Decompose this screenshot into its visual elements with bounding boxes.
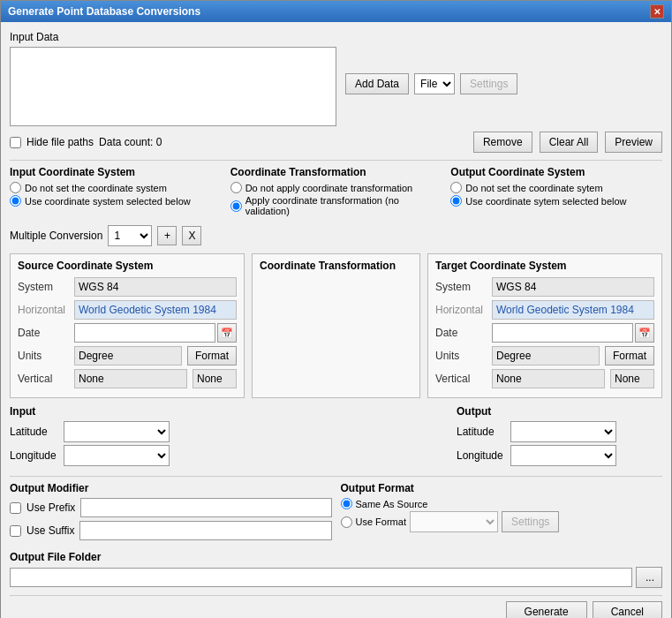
output-coord-radio-2: Use coordinate sytem selected below <box>450 195 662 207</box>
use-prefix-checkbox[interactable] <box>10 502 21 514</box>
cancel-button[interactable]: Cancel <box>593 601 662 618</box>
output-folder-section: Output File Folder ... <box>10 551 662 588</box>
output-folder-title: Output File Folder <box>10 551 662 563</box>
target-vertical-label: Vertical <box>435 373 487 385</box>
output-format-section: Output Format Same As Source Use Format … <box>341 482 663 544</box>
generate-button[interactable]: Generate <box>506 601 587 618</box>
same-as-source-radio[interactable] <box>341 498 352 509</box>
add-data-button[interactable]: Add Data <box>345 73 409 94</box>
target-coord-panel-title: Target Coordinate System <box>435 260 654 272</box>
output-longitude-select[interactable] <box>510 445 616 466</box>
input-longitude-select[interactable] <box>64 445 170 466</box>
use-format-select[interactable] <box>410 511 498 532</box>
source-date-label: Date <box>18 327 69 339</box>
clear-all-button[interactable]: Clear All <box>540 132 599 153</box>
preview-button[interactable]: Preview <box>605 132 662 153</box>
hide-file-paths-row: Hide file paths Data count: 0 <box>10 136 466 148</box>
output-coord-title: Output Coordinate System <box>450 166 662 178</box>
input-coord-radio2[interactable] <box>10 195 21 207</box>
target-date-label: Date <box>435 327 487 339</box>
output-modifier-title: Output Modifier <box>10 482 332 494</box>
settings-button[interactable]: Settings <box>460 73 517 94</box>
input-coord-radio1[interactable] <box>10 182 21 193</box>
transform-panel: Coordinate Transformation <box>252 253 420 398</box>
bottom-buttons: Generate Cancel <box>10 595 662 618</box>
use-suffix-checkbox[interactable] <box>10 525 21 537</box>
source-vertical-value2: None <box>193 369 237 388</box>
suffix-input[interactable] <box>79 521 331 540</box>
source-system-value: WGS 84 <box>74 277 237 297</box>
input-latitude-select[interactable] <box>64 421 170 442</box>
transform-panel-title: Coordinate Transformation <box>260 260 412 272</box>
output-modifier-section: Output Modifier Use Prefix Use Suffix <box>10 482 332 544</box>
target-horizontal-label: Horizontal <box>435 304 487 316</box>
x-button[interactable]: X <box>182 226 201 245</box>
input-coord-option1: Do not set the coordinate system <box>25 183 167 193</box>
use-suffix-label: Use Suffix <box>26 524 74 537</box>
source-calendar-button[interactable]: 📅 <box>217 323 237 343</box>
use-format-radio[interactable] <box>341 516 352 528</box>
coord-transform-title: Coordinate Transformation <box>230 166 442 178</box>
target-vertical-value: None <box>492 369 605 388</box>
io-spacer <box>233 405 439 469</box>
source-vertical-value: None <box>74 369 187 388</box>
folder-input[interactable] <box>10 568 632 587</box>
hide-file-paths-checkbox[interactable] <box>10 137 21 148</box>
format-settings-button[interactable]: Settings <box>502 511 559 532</box>
input-coord-radio-1: Do not set the coordinate system <box>10 182 222 193</box>
data-count: Data count: 0 <box>99 136 162 148</box>
input-data-label: Input Data <box>10 31 662 43</box>
source-horizontal-value: World Geodetic System 1984 <box>74 300 237 320</box>
coord-transform-radio1[interactable] <box>230 182 242 193</box>
source-date-row: Date 6/2/2017 📅 <box>18 323 237 343</box>
output-format-title: Output Format <box>341 482 663 494</box>
target-vertical-value2: None <box>610 369 654 388</box>
output-longitude-label: Longitude <box>457 449 505 462</box>
multiple-conversion-select[interactable]: 1 <box>108 225 152 246</box>
target-system-label: System <box>435 281 487 293</box>
add-data-row: Add Data File Settings <box>345 73 662 94</box>
data-controls-row: Hide file paths Data count: 0 Remove Cle… <box>10 132 662 153</box>
folder-input-row: ... <box>10 567 662 588</box>
source-format-button[interactable]: Format <box>187 346 237 366</box>
close-button[interactable]: ✕ <box>650 4 664 19</box>
input-data-box <box>10 47 336 126</box>
file-type-select[interactable]: File <box>414 73 455 94</box>
separator-2 <box>10 476 662 477</box>
target-calendar-button[interactable]: 📅 <box>635 323 654 343</box>
use-suffix-row: Use Suffix <box>10 521 332 540</box>
prefix-input[interactable] <box>80 498 331 517</box>
same-as-source-row: Same As Source <box>341 498 663 509</box>
remove-button[interactable]: Remove <box>473 132 532 153</box>
target-units-row: Units Degree Format <box>435 346 654 366</box>
source-date-input[interactable]: 6/2/2017 <box>74 323 215 343</box>
output-longitude-row: Longitude <box>457 445 662 466</box>
use-prefix-row: Use Prefix <box>10 498 332 517</box>
target-horizontal-row: Horizontal World Geodetic System 1984 <box>435 300 654 320</box>
source-coord-panel-title: Source Coordinate System <box>18 260 237 272</box>
output-latitude-row: Latitude <box>457 421 662 442</box>
output-latitude-label: Latitude <box>457 426 505 438</box>
output-coord-radio-1: Do not set the coordinate sytem <box>450 182 662 193</box>
source-units-label: Units <box>18 350 69 362</box>
output-latitude-select[interactable] <box>510 421 616 442</box>
plus-button[interactable]: + <box>157 226 177 245</box>
target-system-value: WGS 84 <box>492 277 654 297</box>
target-system-row: System WGS 84 <box>435 277 654 297</box>
folder-browse-button[interactable]: ... <box>636 567 662 588</box>
hide-file-paths-label: Hide file paths <box>26 136 94 148</box>
separator-1 <box>10 160 662 161</box>
target-date-input[interactable]: 6/2/2017 <box>492 323 633 343</box>
target-format-button[interactable]: Format <box>605 346 654 366</box>
window-title: Generate Point Database Conversions <box>8 5 200 18</box>
output-coord-radio1[interactable] <box>450 182 462 193</box>
main-window: Generate Point Database Conversions ✕ In… <box>0 0 672 618</box>
output-coord-section: Output Coordinate System Do not set the … <box>450 166 662 218</box>
coord-transform-radio2[interactable] <box>230 200 242 212</box>
target-units-value: Degree <box>492 346 600 366</box>
input-latitude-label: Latitude <box>10 426 58 438</box>
input-longitude-label: Longitude <box>10 449 58 462</box>
output-coord-radio2[interactable] <box>450 195 462 207</box>
source-date-field: 6/2/2017 📅 <box>74 323 237 343</box>
source-horizontal-label: Horizontal <box>18 304 69 316</box>
